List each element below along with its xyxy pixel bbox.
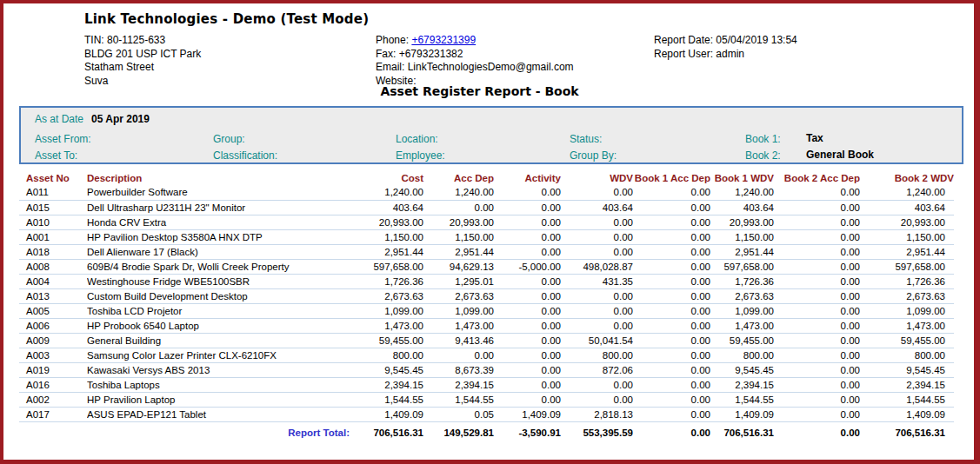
amount-cell: 1,544.55 xyxy=(710,392,774,407)
amount-cell: 0.00 xyxy=(561,244,633,259)
filter-summary-box: As at Date 05 Apr 2019 Asset From: Group… xyxy=(19,106,963,164)
amount-cell: 0.00 xyxy=(494,244,561,259)
description-cell: Custom Build Development Desktop xyxy=(87,288,350,303)
amount-cell: 1,409.09 xyxy=(860,407,954,421)
amount-cell: 1,409.09 xyxy=(350,407,423,421)
amount-cell: 0.00 xyxy=(494,215,561,229)
description-cell: 609B/4 Brodie Spark Dr, Wolli Creek Prop… xyxy=(87,259,350,274)
amount-cell: 0.00 xyxy=(774,200,860,215)
report-total-label: Report Total: xyxy=(87,421,350,439)
amount-cell: 0.00 xyxy=(774,377,860,392)
description-cell: Samsung Color Lazer Printer CLX-6210FX xyxy=(87,348,350,362)
amount-cell: 0.00 xyxy=(561,229,633,244)
asset-no-cell: A011 xyxy=(19,185,87,200)
table-row: A003Samsung Color Lazer Printer CLX-6210… xyxy=(19,348,954,362)
amount-cell: 1,409.09 xyxy=(494,407,561,421)
amount-cell: 8,673.39 xyxy=(423,362,494,377)
report-page: Link Technologies - Demo (Test Mode) TIN… xyxy=(0,0,980,464)
amount-cell: 50,041.54 xyxy=(561,333,633,348)
description-cell: Dell Alienware 17 (Black) xyxy=(87,244,350,259)
amount-cell: 1,726.36 xyxy=(710,274,774,288)
table-row: A001HP Pavilion Desktop S3580A HNX DTP1,… xyxy=(19,229,954,244)
amount-cell: 597,658.00 xyxy=(710,259,774,274)
asset-no-cell: A004 xyxy=(19,274,87,288)
amount-cell: 0.00 xyxy=(633,362,710,377)
amount-cell: 0.00 xyxy=(561,377,633,392)
description-cell: Kawasaki Versys ABS 2013 xyxy=(87,362,350,377)
table-row: A013Custom Build Development Desktop2,67… xyxy=(19,288,954,303)
amount-cell: 1,240.00 xyxy=(860,185,954,200)
amount-cell: 2,951.44 xyxy=(710,244,774,259)
classification-label: Classification: xyxy=(213,149,277,162)
description-cell: Powerbuilder Software xyxy=(87,185,350,200)
group-by-label: Group By: xyxy=(570,149,617,162)
amount-cell: 0.00 xyxy=(633,288,710,303)
amount-cell: 1,150.00 xyxy=(860,229,954,244)
col-header-acc-dep: Acc Dep xyxy=(423,170,494,185)
amount-cell: 0.00 xyxy=(774,348,860,362)
phone-link[interactable]: +6793231399 xyxy=(411,34,476,46)
amount-cell: 0.00 xyxy=(494,348,561,362)
amount-cell: 0.00 xyxy=(494,288,561,303)
amount-cell: 597,658.00 xyxy=(860,259,954,274)
amount-cell: 0.00 xyxy=(633,244,710,259)
asset-no-cell: A016 xyxy=(19,377,87,392)
amount-cell: 2,951.44 xyxy=(860,244,954,259)
as-at-date-value: 05 Apr 2019 xyxy=(91,113,150,125)
total-spacer-cell xyxy=(19,421,87,439)
asset-no-cell: A005 xyxy=(19,303,87,318)
col-header-cost: Cost xyxy=(350,170,423,185)
amount-cell: 0.00 xyxy=(494,274,561,288)
amount-cell: 20,993.00 xyxy=(423,215,494,229)
amount-cell: 0.00 xyxy=(561,318,633,333)
company-contact-block: Phone: +6793231399 Fax: +6793231382 Emai… xyxy=(376,34,574,88)
amount-cell: 9,545.45 xyxy=(710,362,774,377)
asset-no-cell: A010 xyxy=(19,215,87,229)
amount-cell: 800.00 xyxy=(710,348,774,362)
amount-cell: 800.00 xyxy=(350,348,423,362)
amount-cell: 0.00 xyxy=(774,303,860,318)
asset-no-cell: A013 xyxy=(19,288,87,303)
amount-cell: 20,993.00 xyxy=(710,215,774,229)
amount-cell: 1,544.55 xyxy=(860,392,954,407)
group-label: Group: xyxy=(213,133,245,145)
email-line: Email: LinkTechnologiesDemo@gmail.com xyxy=(376,61,574,75)
table-row: A009General Building59,455.009,413.460.0… xyxy=(19,333,954,348)
total-book1-acc-dep: 0.00 xyxy=(633,421,710,439)
amount-cell: 0.00 xyxy=(633,215,710,229)
total-wdv: 553,395.59 xyxy=(561,421,633,439)
amount-cell: 0.00 xyxy=(561,215,633,229)
amount-cell: 0.00 xyxy=(774,318,860,333)
amount-cell: 2,673.63 xyxy=(710,288,774,303)
table-row: A018Dell Alienware 17 (Black)2,951.442,9… xyxy=(19,244,954,259)
description-cell: Westinghouse Fridge WBE5100SBR xyxy=(87,274,350,288)
report-date: Report Date: 05/04/2019 13:54 xyxy=(654,34,797,48)
amount-cell: 9,545.45 xyxy=(860,362,954,377)
asset-register-table: Asset No Description Cost Acc Dep Activi… xyxy=(19,170,954,439)
fax-line: Fax: +6793231382 xyxy=(376,48,574,62)
amount-cell: 1,544.55 xyxy=(350,392,423,407)
amount-cell: 403.64 xyxy=(710,200,774,215)
amount-cell: 0.00 xyxy=(774,215,860,229)
amount-cell: 0.00 xyxy=(633,229,710,244)
table-row: A016Toshiba Laptops2,394.152,394.150.000… xyxy=(19,377,954,392)
asset-no-cell: A015 xyxy=(19,200,87,215)
col-header-book2-acc-dep: Book 2 Acc Dep xyxy=(774,170,860,185)
description-cell: Toshiba Laptops xyxy=(87,377,350,392)
amount-cell: 0.00 xyxy=(633,407,710,421)
amount-cell: 0.00 xyxy=(633,377,710,392)
asset-no-cell: A018 xyxy=(19,244,87,259)
amount-cell: 2,951.44 xyxy=(350,244,423,259)
asset-to-label: Asset To: xyxy=(35,149,77,162)
amount-cell: 59,455.00 xyxy=(710,333,774,348)
amount-cell: 0.00 xyxy=(633,200,710,215)
amount-cell: 59,455.00 xyxy=(350,333,423,348)
amount-cell: 0.00 xyxy=(423,200,494,215)
amount-cell: 1,099.00 xyxy=(423,303,494,318)
asset-no-cell: A003 xyxy=(19,348,87,362)
amount-cell: 94,629.13 xyxy=(423,259,494,274)
book2-label: Book 2: xyxy=(745,149,781,162)
description-cell: HP Probook 6540 Laptop xyxy=(87,318,350,333)
col-header-book1-acc-dep: Book 1 Acc Dep xyxy=(633,170,710,185)
col-header-book2-wdv: Book 2 WDV xyxy=(860,170,954,185)
